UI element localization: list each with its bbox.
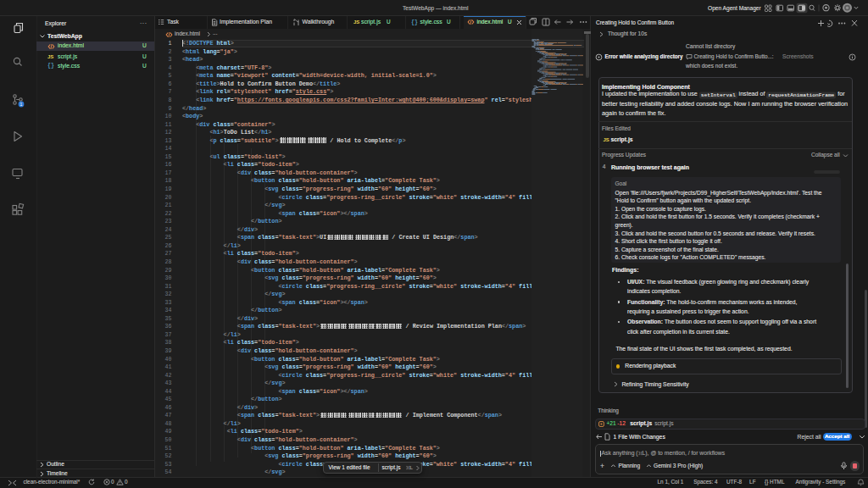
svg-text:1: 1 [20, 102, 23, 107]
